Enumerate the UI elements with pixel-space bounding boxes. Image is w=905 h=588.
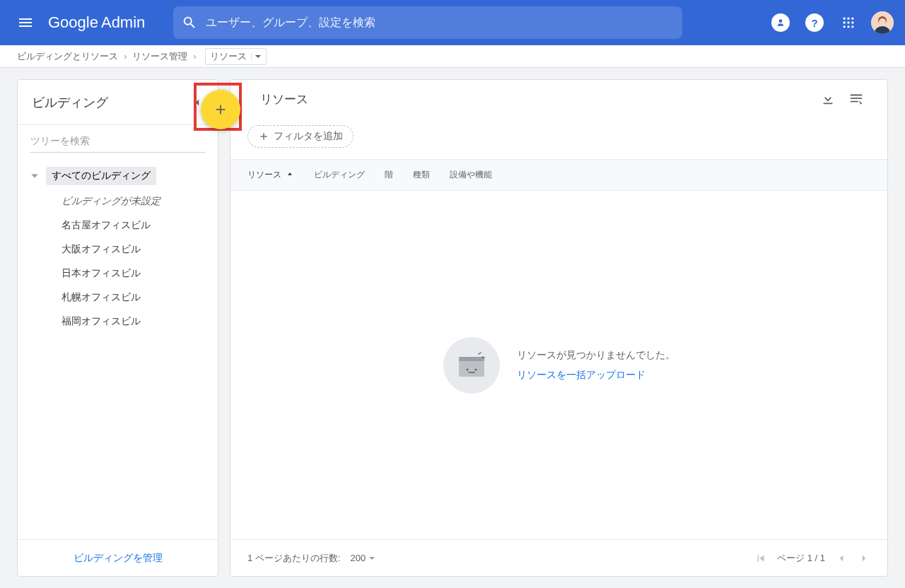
rows-per-page-label: 1 ページあたりの行数: <box>247 552 340 565</box>
svg-point-17 <box>474 368 477 370</box>
th-type[interactable]: 種類 <box>413 169 430 181</box>
svg-point-6 <box>851 21 853 23</box>
breadcrumb-current-dropdown[interactable]: リソース <box>205 48 267 65</box>
table-footer: 1 ページあたりの行数: 200 ページ 1 / 1 <box>230 539 887 576</box>
tree-item[interactable]: 日本オフィスビル <box>18 261 218 286</box>
rows-per-page-select[interactable]: 200 <box>350 553 375 563</box>
manage-buildings-link[interactable]: ビルディングを管理 <box>74 552 163 565</box>
th-features[interactable]: 設備や機能 <box>450 169 492 181</box>
tree-item[interactable]: 大阪オフィスビル <box>18 237 218 261</box>
search-icon <box>182 15 197 30</box>
pager: ページ 1 / 1 <box>754 552 870 565</box>
tree-root: すべてのビルディング <box>18 163 218 189</box>
resource-panel-title: リソース <box>260 91 814 107</box>
svg-point-7 <box>843 25 846 28</box>
svg-rect-15 <box>459 357 484 361</box>
svg-point-16 <box>466 368 468 370</box>
main-menu-button[interactable] <box>8 6 42 40</box>
table-header: リソース ビルディング 階 種類 設備や機能 <box>230 160 887 191</box>
search-input[interactable] <box>206 16 674 29</box>
tree-item[interactable]: 名古屋オフィスビル <box>18 213 218 237</box>
empty-state: リソースが見つかりませんでした。 リソースを一括アップロード <box>230 191 887 539</box>
add-filter-label: フィルタを追加 <box>274 130 343 143</box>
prev-page-button[interactable] <box>835 552 848 565</box>
svg-point-1 <box>843 18 846 20</box>
svg-point-9 <box>851 25 853 28</box>
fab-highlight-box <box>194 83 242 131</box>
page-indicator: ページ 1 / 1 <box>777 552 825 565</box>
tree-item[interactable]: 札幌オフィスビル <box>18 286 218 310</box>
avatar <box>871 11 894 34</box>
building-panel-footer: ビルディングを管理 <box>18 539 218 576</box>
th-floor[interactable]: 階 <box>385 169 393 181</box>
breadcrumb-item-1[interactable]: リソース管理 <box>132 50 187 63</box>
profile-button[interactable] <box>868 8 897 37</box>
expand-toggle[interactable] <box>30 172 39 180</box>
tree-search-input[interactable]: ツリーを検索 <box>30 135 205 153</box>
hamburger-icon <box>17 14 34 31</box>
breadcrumb-sep-icon: › <box>124 51 127 61</box>
logo[interactable]: Google Admin <box>48 13 145 32</box>
chevron-right-icon <box>858 552 870 565</box>
th-resource-label: リソース <box>247 169 281 181</box>
main-area: ビルディング ツリーを検索 すべてのビルディング ビルディングが未設定 名古屋オ… <box>0 68 905 588</box>
logo-google-text: Google <box>48 13 98 32</box>
resource-panel: リソース フィルタを追加 リソース ビルディング 階 種類 設備や機能 <box>230 79 888 577</box>
chevron-left-icon <box>835 552 848 565</box>
resource-panel-header: リソース <box>230 80 887 118</box>
svg-point-2 <box>847 18 849 20</box>
account-info-button[interactable] <box>766 8 795 37</box>
sort-asc-icon <box>286 171 294 180</box>
empty-message: リソースが見つかりませんでした。 <box>517 349 675 362</box>
building-panel-title: ビルディング <box>32 94 191 111</box>
logo-admin-text: Admin <box>101 13 145 32</box>
th-building[interactable]: ビルディング <box>314 169 365 181</box>
building-panel-header: ビルディング <box>18 80 218 125</box>
svg-point-0 <box>779 19 783 23</box>
column-settings-button[interactable] <box>842 85 870 113</box>
rows-per-page: 1 ページあたりの行数: 200 <box>247 552 375 565</box>
svg-point-3 <box>851 18 853 20</box>
breadcrumb-sep-icon: › <box>193 51 196 61</box>
help-button[interactable]: ? <box>800 8 829 37</box>
svg-point-13 <box>879 18 886 25</box>
triangle-down-icon <box>30 172 39 180</box>
svg-point-8 <box>847 25 849 28</box>
building-tree: すべてのビルディング ビルディングが未設定 名古屋オフィスビル 大阪オフィスビル… <box>18 158 218 338</box>
header-right: ? <box>766 8 897 37</box>
breadcrumb-item-0[interactable]: ビルディングとリソース <box>17 50 118 63</box>
plus-icon <box>258 131 269 142</box>
svg-rect-14 <box>459 360 484 377</box>
add-resource-fab[interactable] <box>201 90 240 129</box>
filter-row: フィルタを追加 <box>230 118 887 160</box>
first-page-icon <box>754 552 767 565</box>
search-container[interactable] <box>173 6 682 39</box>
tree-root-label[interactable]: すべてのビルディング <box>46 167 156 185</box>
chevron-down-icon <box>251 53 262 60</box>
apps-grid-icon <box>841 16 856 30</box>
rows-per-page-value: 200 <box>350 553 366 563</box>
svg-point-5 <box>847 21 849 23</box>
next-page-button[interactable] <box>858 552 870 565</box>
list-settings-icon <box>848 91 864 107</box>
first-page-button[interactable] <box>754 552 767 565</box>
svg-point-4 <box>843 21 846 23</box>
building-panel: ビルディング ツリーを検索 すべてのビルディング ビルディングが未設定 名古屋オ… <box>17 79 218 577</box>
account-badge-icon <box>771 13 790 32</box>
download-icon <box>820 91 836 107</box>
chevron-down-icon <box>368 555 375 562</box>
breadcrumb: ビルディングとリソース › リソース管理 › リソース <box>0 45 905 68</box>
bulk-upload-link[interactable]: リソースを一括アップロード <box>517 369 675 382</box>
app-header: Google Admin ? <box>0 0 905 45</box>
tree-item[interactable]: ビルディングが未設定 <box>18 189 218 213</box>
th-resource[interactable]: リソース <box>247 169 294 181</box>
apps-button[interactable] <box>834 8 863 37</box>
empty-box-icon <box>443 337 500 394</box>
download-button[interactable] <box>814 85 842 113</box>
breadcrumb-current-label: リソース <box>210 50 247 63</box>
plus-icon <box>213 102 228 117</box>
add-filter-chip[interactable]: フィルタを追加 <box>247 125 354 148</box>
tree-item[interactable]: 福岡オフィスビル <box>18 310 218 334</box>
help-icon: ? <box>805 13 824 32</box>
empty-text: リソースが見つかりませんでした。 リソースを一括アップロード <box>517 349 675 382</box>
